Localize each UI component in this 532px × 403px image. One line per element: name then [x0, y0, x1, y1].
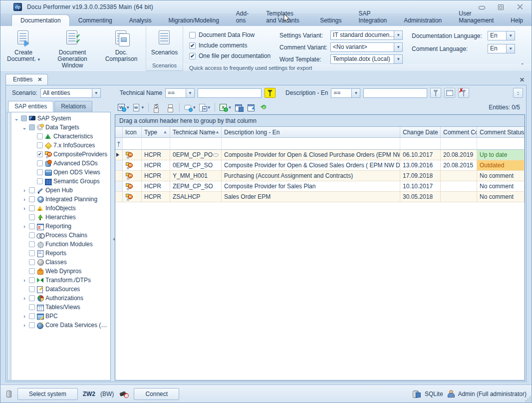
chevron-down-icon[interactable]: ▾: [142, 105, 144, 110]
scenarios-button[interactable]: Scenarios: [147, 28, 182, 57]
tree-item-tables-views[interactable]: Tables/Views: [11, 303, 110, 312]
system-list-icon[interactable]: [5, 390, 12, 398]
autofilter-cell[interactable]: [441, 138, 477, 150]
tree-item-compositeproviders[interactable]: CompositeProviders: [11, 150, 110, 159]
document-generation-window-button[interactable]: ✔✔ Document Generation Window: [46, 28, 98, 70]
batch-check-button[interactable]: [152, 102, 163, 113]
tree-checkbox[interactable]: [37, 160, 43, 166]
tree-checkbox[interactable]: [29, 259, 35, 265]
table-row[interactable]: HCPR0EPM_CP_POComposite Provider for Ope…: [115, 150, 525, 160]
description-input[interactable]: [363, 88, 427, 98]
tab-entities[interactable]: Entities ✕: [5, 74, 48, 85]
tree-item-reports[interactable]: Reports: [11, 249, 110, 258]
comment-button[interactable]: ▾: [183, 102, 197, 113]
tree-scrollbar[interactable]: [7, 112, 11, 380]
tree-item-open-hub[interactable]: ›Open Hub: [11, 186, 110, 195]
tree-checkbox[interactable]: [29, 196, 35, 202]
clear-filter-button[interactable]: [458, 88, 469, 98]
tree-checkbox[interactable]: [29, 241, 35, 247]
expander-closed-icon[interactable]: ›: [21, 278, 27, 283]
checkbox-icon[interactable]: [189, 42, 196, 49]
ribbon-collapse-icon[interactable]: ⌃: [521, 62, 525, 68]
language-combo[interactable]: En▼: [488, 31, 515, 40]
tree-item-datasources[interactable]: DataSources: [11, 285, 110, 294]
tree-checkbox[interactable]: [29, 223, 35, 229]
expander-open-icon[interactable]: ⌄: [21, 125, 27, 130]
table-row[interactable]: HCPRY_MM_H001Purchasing (Account Assignm…: [115, 171, 525, 181]
grid-export-button[interactable]: [246, 102, 257, 113]
column-header-description-long-en[interactable]: Description long - En: [222, 127, 400, 138]
collapse-panel-icon[interactable]: [111, 237, 115, 241]
tree-item-reporting[interactable]: ›Reporting: [11, 222, 110, 231]
checkbox-icon[interactable]: [189, 32, 196, 38]
autofilter-cell[interactable]: [123, 138, 142, 150]
expander-closed-icon[interactable]: ›: [21, 197, 27, 202]
close-button[interactable]: ⤫: [516, 3, 524, 10]
table-row[interactable]: HCPRZSALHCPSales Order EPM30.05.2018No c…: [115, 192, 525, 202]
tree-item-integrated-planning[interactable]: ›Integrated Planning: [11, 195, 110, 204]
table-row[interactable]: HCPRZEPM_CP_SOComposite Provider for Sal…: [115, 181, 525, 192]
doc-comparison-button[interactable]: Doc. Comparison: [98, 28, 144, 63]
tree-tab-sap-entities[interactable]: SAP entities: [8, 101, 53, 112]
ribbon-tab-templates-and-variants[interactable]: Templates and Variants: [258, 8, 311, 26]
select-combo[interactable]: Template.dotx (Local)▼: [330, 54, 403, 64]
tree-checkbox[interactable]: [29, 304, 35, 310]
ribbon-tab-migration-modeling[interactable]: Migration/Modeling: [160, 15, 227, 26]
connect-button[interactable]: Connect: [134, 388, 179, 400]
tree-item-data-targets[interactable]: ⌄Data Targets: [11, 123, 110, 132]
apply-filter-button[interactable]: [430, 88, 441, 98]
checkbox-document-data-flow[interactable]: Document Data Flow: [189, 31, 270, 38]
tree-item-bpc[interactable]: ›BPC: [11, 312, 110, 321]
tree-item-infoobjects[interactable]: ›InfoObjects: [11, 204, 110, 213]
tree-checkbox[interactable]: [37, 142, 43, 148]
chevron-down-icon[interactable]: ▼: [507, 31, 515, 40]
tree-checkbox[interactable]: [29, 250, 35, 256]
tree-item-core-data-services-c-[interactable]: ›Core Data Services (C...: [11, 321, 110, 330]
select-combo[interactable]: <No variant>▼: [330, 42, 403, 52]
autofilter-cell[interactable]: [142, 138, 170, 150]
checkbox-icon[interactable]: [189, 53, 196, 59]
tree-checkbox[interactable]: [29, 214, 35, 220]
expander-closed-icon[interactable]: ›: [21, 323, 27, 328]
ribbon-tab-settings[interactable]: Settings: [311, 15, 350, 26]
word-comment-button[interactable]: ▾: [198, 102, 212, 113]
word-open-button[interactable]: ▾: [132, 102, 145, 113]
autofilter-cell[interactable]: [222, 138, 400, 150]
tree-item-open-ods-views[interactable]: Open ODS Views: [11, 168, 110, 177]
splitter[interactable]: [111, 100, 114, 381]
resize-grip[interactable]: [525, 396, 531, 402]
ribbon-tab-help[interactable]: Help: [502, 15, 532, 26]
tree-checkbox[interactable]: [29, 205, 35, 211]
chevron-down-icon[interactable]: ▼: [507, 44, 515, 53]
group-by-bar[interactable]: Drag a column header here to group by th…: [115, 115, 525, 127]
chevron-down-icon[interactable]: ▼: [394, 42, 403, 52]
expander-closed-icon[interactable]: ›: [21, 188, 27, 193]
tree-item-function-modules[interactable]: Function Modules: [11, 240, 110, 249]
ribbon-tab-administration[interactable]: Administration: [395, 15, 450, 26]
ribbon-tab-user-management[interactable]: User Management: [450, 8, 502, 26]
chevron-down-icon[interactable]: ▼: [394, 30, 403, 40]
tree-item-semantic-groups[interactable]: Semantic Groups: [11, 177, 110, 186]
ribbon-tab-analysis[interactable]: Analysis: [121, 15, 160, 26]
chevron-down-icon[interactable]: ▾: [229, 105, 231, 110]
chevron-down-icon[interactable]: ▼: [394, 54, 403, 64]
technical-name-operator-select[interactable]: ==▼: [165, 88, 195, 98]
tree-item-authorizations[interactable]: ›Authorizations: [11, 294, 110, 303]
expander-closed-icon[interactable]: ›: [21, 206, 27, 211]
description-operator-select[interactable]: ==▼: [331, 88, 360, 98]
technical-name-filter-button[interactable]: [265, 88, 275, 98]
expand-filters-button[interactable]: ⌄⌄: [513, 88, 523, 98]
select-system-button[interactable]: Select system: [17, 388, 78, 400]
table-row[interactable]: HCPR0EPM_CP_SOComposite Provider for Ope…: [115, 160, 525, 171]
tree-checkbox[interactable]: [29, 277, 35, 283]
tree-checkbox[interactable]: [37, 133, 43, 139]
tree-item-classes[interactable]: Classes: [11, 258, 110, 267]
autofilter-cell[interactable]: [170, 138, 222, 150]
select-combo[interactable]: IT standard documen...▼: [330, 30, 403, 40]
chevron-down-icon[interactable]: ▼: [186, 88, 195, 98]
column-header-comment-status[interactable]: Comment Status: [477, 127, 525, 138]
expander-open-icon[interactable]: ⌄: [13, 116, 19, 121]
tree-checkbox[interactable]: [29, 295, 35, 301]
ribbon-tab-add-ons[interactable]: Add-ons: [228, 8, 258, 26]
tree-tab-relations[interactable]: Relations: [54, 101, 92, 112]
